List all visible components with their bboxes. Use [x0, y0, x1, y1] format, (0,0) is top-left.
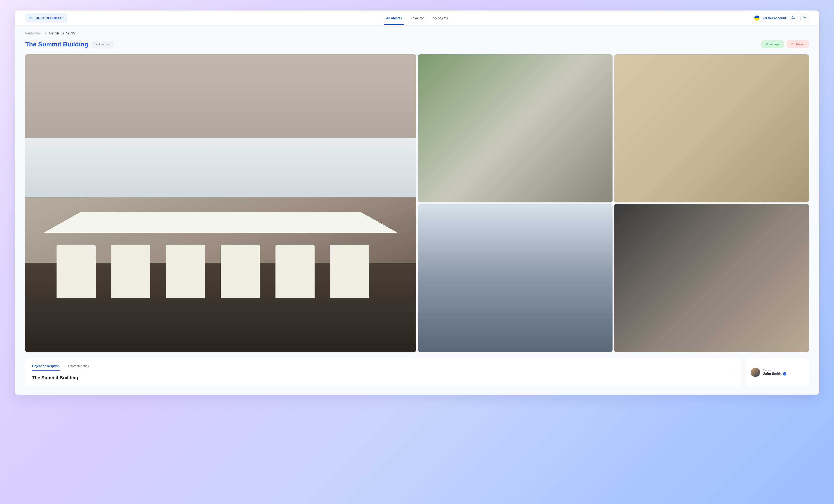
realtor-name-row: John Smith	[763, 372, 786, 376]
nav-all-objects[interactable]: All objects	[386, 11, 402, 25]
verified-badge-icon	[783, 372, 786, 375]
ukraine-flag-icon	[754, 16, 760, 21]
gallery-thumb-1[interactable]	[418, 54, 613, 202]
breadcrumb-current: Details ID_49595	[49, 31, 75, 35]
reject-label: Reject	[795, 42, 805, 46]
check-icon	[766, 42, 768, 46]
page-title: The Summit Building	[25, 41, 88, 48]
detail-tabs: Object description Characteristics	[32, 364, 734, 371]
accept-button[interactable]: Accept	[761, 40, 784, 48]
logo-text: DUST RELOCATE	[36, 16, 64, 20]
app-window: DUST RELOCATE All objects Favourite My o…	[15, 10, 819, 395]
close-icon	[791, 42, 794, 46]
realtor-info: Realtor John Smith	[763, 369, 786, 376]
bottom-section: Object description Characteristics The S…	[25, 358, 809, 386]
breadcrumb-verification[interactable]: Verification	[25, 31, 42, 35]
header-right: Verifier account	[754, 14, 809, 22]
gallery-main-image[interactable]	[25, 54, 416, 352]
nav-my-objects[interactable]: My objects	[433, 11, 448, 25]
image-gallery	[25, 54, 809, 352]
gallery-thumb-2[interactable]	[614, 54, 809, 202]
details-card: Object description Characteristics The S…	[25, 358, 741, 386]
logout-icon	[803, 16, 807, 20]
svg-point-1	[31, 18, 31, 19]
tab-object-description[interactable]: Object description	[32, 364, 60, 371]
section-heading: The Summit Building	[32, 375, 734, 381]
tab-characteristics[interactable]: Characteristics	[68, 364, 89, 371]
logo[interactable]: DUST RELOCATE	[25, 14, 67, 23]
realtor-role-label: Realtor	[763, 369, 786, 372]
title-row: The Summit Building Not verified Accept …	[25, 40, 809, 48]
reject-button[interactable]: Reject	[787, 40, 809, 48]
nav-favourite[interactable]: Favourite	[411, 11, 424, 25]
realtor-name: John Smith	[763, 372, 781, 376]
header: DUST RELOCATE All objects Favourite My o…	[15, 10, 819, 26]
realtor-card[interactable]: Realtor John Smith	[746, 358, 809, 386]
breadcrumb: Verification Details ID_49595	[25, 31, 809, 35]
account-label[interactable]: Verifier account	[762, 16, 786, 20]
main-nav: All objects Favourite My objects	[386, 11, 448, 25]
logout-button[interactable]	[800, 14, 809, 22]
bell-icon	[791, 16, 795, 20]
accept-label: Accept	[770, 42, 780, 46]
avatar	[751, 368, 760, 377]
gallery-thumb-4[interactable]	[614, 204, 809, 352]
status-badge: Not verified	[92, 41, 114, 48]
action-buttons: Accept Reject	[761, 40, 809, 48]
gallery-thumbnails	[418, 54, 809, 352]
logo-icon	[28, 16, 34, 21]
content: Verification Details ID_49595 The Summit…	[15, 26, 819, 395]
chevron-right-icon	[45, 31, 46, 35]
notifications-button[interactable]	[789, 14, 797, 22]
gallery-thumb-3[interactable]	[418, 204, 613, 352]
